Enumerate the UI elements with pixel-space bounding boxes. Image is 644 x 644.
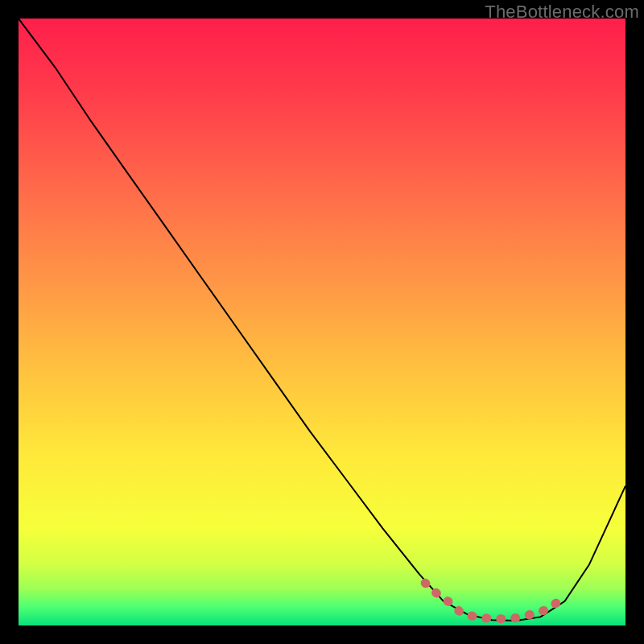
chart-container: TheBottleneck.com [0,0,644,644]
plot-area [19,19,625,625]
gradient-background [19,19,625,625]
bottleneck-chart-svg [19,19,625,625]
